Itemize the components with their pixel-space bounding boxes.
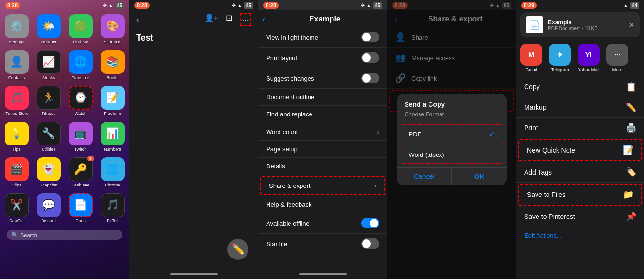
- app-icon-chrome[interactable]: 🌐 Chrome: [99, 157, 126, 187]
- share-app-yahoo-mail[interactable]: Y! Yahoo Mail: [578, 44, 600, 72]
- doc-info: Example PDF Document · 10 KB: [548, 19, 623, 31]
- share-app-gmail[interactable]: M Gmail: [520, 44, 542, 72]
- app-icon-itunes-store[interactable]: 🎵 iTunes Store: [3, 86, 30, 116]
- menu-item-page-setup[interactable]: Page setup: [258, 141, 387, 158]
- app-icon-watch[interactable]: ⌚ Watch: [67, 86, 94, 116]
- menu-header-3: ‹ Example: [258, 10, 387, 27]
- app-icon-weather[interactable]: 🌤️ Weather: [35, 14, 62, 44]
- app-label: TikTok: [107, 218, 119, 223]
- arrow-icon: ›: [377, 128, 379, 135]
- menu-item-view-in-light-theme[interactable]: View in light theme: [258, 27, 387, 48]
- dialog-subtitle: Choose Format: [397, 110, 507, 123]
- airplane-icon-3: ✈: [361, 3, 365, 8]
- arrow-icon: ›: [374, 182, 376, 189]
- menu-item-print-layout[interactable]: Print layout: [258, 48, 387, 68]
- app-icon-docs[interactable]: 📄 Docs: [67, 193, 94, 223]
- menu-item-word-count[interactable]: Word count›: [258, 123, 387, 141]
- app-icon-img: 🏃: [37, 86, 61, 110]
- ok-button[interactable]: OK: [451, 168, 507, 185]
- app-icon-img: 💡: [5, 122, 29, 145]
- app-icon-settings[interactable]: ⚙️ Settings: [3, 14, 30, 44]
- app-icon-contacts[interactable]: 👤 Contacts: [3, 50, 30, 80]
- app-icon-utilities[interactable]: 🔧 Utilities: [35, 122, 62, 152]
- share-app-more[interactable]: ··· More: [606, 44, 628, 72]
- toggle-view-in-light-theme[interactable]: [361, 32, 379, 42]
- app-icon-stocks[interactable]: 📈 Stocks: [35, 50, 62, 80]
- menu-item-help--feedback[interactable]: Help & feedback: [258, 196, 387, 213]
- app-label: Discord: [41, 218, 56, 223]
- action-label: Save to Pinterest: [524, 213, 575, 220]
- more-dots-icon[interactable]: ⋯: [240, 13, 251, 26]
- action-item-save-to-files[interactable]: Save to Files 📁: [518, 184, 642, 206]
- app-icon-img: 🌐: [69, 50, 93, 74]
- back-icon-3[interactable]: ‹: [262, 13, 266, 24]
- app-label: Dashlane: [71, 183, 89, 187]
- cancel-button[interactable]: Cancel: [397, 168, 452, 185]
- app-icon-img: 📺: [69, 122, 93, 145]
- fab-edit[interactable]: ✏️: [227, 239, 248, 260]
- app-label: Utilities: [42, 147, 55, 152]
- toggle-available-offline[interactable]: [361, 218, 379, 228]
- app-icon-fitness[interactable]: 🏃 Fitness: [35, 86, 62, 116]
- dialog-buttons: Cancel OK: [397, 167, 507, 185]
- app-icon-snapchat[interactable]: 👻 Snapchat: [35, 157, 62, 187]
- menu-item-star-file[interactable]: Star file: [258, 234, 387, 254]
- action-item-add-tags[interactable]: Add Tags 🏷️: [516, 162, 644, 183]
- menu-item-document-outline[interactable]: Document outline: [258, 89, 387, 106]
- app-icon-shortcuts[interactable]: 🎨 Shortcuts: [99, 14, 126, 44]
- action-item-markup[interactable]: Markup ✏️: [516, 97, 644, 118]
- edit-actions[interactable]: Edit Actions...: [516, 227, 644, 244]
- menu-item-label: Share & export: [269, 182, 311, 189]
- status-bar-2: 8:28 ✈ ▲ 85: [129, 0, 258, 10]
- back-icon-2[interactable]: ‹: [136, 16, 139, 24]
- app-icon-capcut[interactable]: ✂️ CapCut: [3, 193, 30, 223]
- app-icon-discord[interactable]: 💬 Discord: [35, 193, 62, 223]
- share-app-telegram[interactable]: ✈ Telegram: [549, 44, 571, 72]
- dialog-option-pdf[interactable]: PDF ✓: [401, 124, 503, 144]
- close-icon[interactable]: ✕: [628, 21, 634, 30]
- dialog-option-word[interactable]: Word (.docx): [401, 146, 503, 164]
- app-icon-books[interactable]: 📚 Books: [99, 50, 126, 80]
- action-item-save-to-pinterest[interactable]: Save to Pinterest 📌: [516, 207, 644, 227]
- badge: 6: [87, 156, 94, 161]
- app-icon-translate[interactable]: 🌐 Translate: [67, 50, 94, 80]
- action-icon: 🖨️: [626, 123, 636, 133]
- toggle-suggest-changes[interactable]: [361, 73, 379, 83]
- share-app-label: More: [612, 67, 623, 72]
- app-grid: ⚙️ Settings 🌤️ Weather 🟢 Find My 🎨 Short…: [0, 10, 129, 227]
- status-icons-3: ✈ ▲ 85: [361, 2, 382, 9]
- doc-name: Example: [548, 19, 623, 26]
- app-icon-tiktok[interactable]: 🎵 TikTok: [99, 193, 126, 223]
- toggle-star-file[interactable]: [361, 238, 379, 249]
- app-icon-dashlane[interactable]: 🔑 6 Dashlane: [67, 157, 94, 187]
- layout-icon[interactable]: ⊡: [226, 13, 232, 26]
- app-label: CapCut: [9, 218, 24, 223]
- search-bar[interactable]: 🔍 Search: [7, 230, 122, 240]
- app-icon-img: ⚙️: [5, 14, 29, 38]
- doc-size: PDF Document · 10 KB: [548, 26, 623, 31]
- app-icon-img: 🟢: [69, 14, 93, 38]
- toggle-print-layout[interactable]: [361, 52, 379, 63]
- menu-item-find-and-replace[interactable]: Find and replace: [258, 106, 387, 123]
- menu-item-available-offline[interactable]: Available offline: [258, 213, 387, 234]
- menu-item-suggest-changes[interactable]: Suggest changes: [258, 68, 387, 89]
- app-icon-find-my[interactable]: 🟢 Find My: [67, 14, 94, 44]
- app-icon-tips[interactable]: 💡 Tips: [3, 122, 30, 152]
- action-item-copy[interactable]: Copy 📋: [516, 77, 644, 97]
- menu-list-3: View in light themePrint layoutSuggest c…: [258, 27, 387, 254]
- app-icon-img: 📚: [101, 50, 125, 74]
- app-icon-numbers[interactable]: 📊 Numbers: [99, 122, 126, 152]
- action-item-new-quick-note[interactable]: New Quick Note 📝: [518, 139, 642, 161]
- app-label: Snapchat: [39, 183, 57, 187]
- app-icon-twitch[interactable]: 📺 Twitch: [67, 122, 94, 152]
- checkmark-icon: ✓: [489, 130, 495, 139]
- action-item-print[interactable]: Print 🖨️: [516, 118, 644, 138]
- action-label: Add Tags: [524, 168, 552, 176]
- menu-item-details[interactable]: Details: [258, 158, 387, 175]
- action-list: Copy 📋 Markup ✏️ Print 🖨️ New Quick Note…: [516, 77, 644, 227]
- app-icon-img: 💬: [37, 193, 61, 217]
- menu-item-share--export[interactable]: Share & export›: [260, 176, 385, 195]
- app-icon-freeform[interactable]: 📝 Freeform: [99, 86, 126, 116]
- add-person-icon[interactable]: 👤+: [204, 13, 218, 26]
- app-icon-clips[interactable]: 🎬 Clips: [3, 157, 30, 187]
